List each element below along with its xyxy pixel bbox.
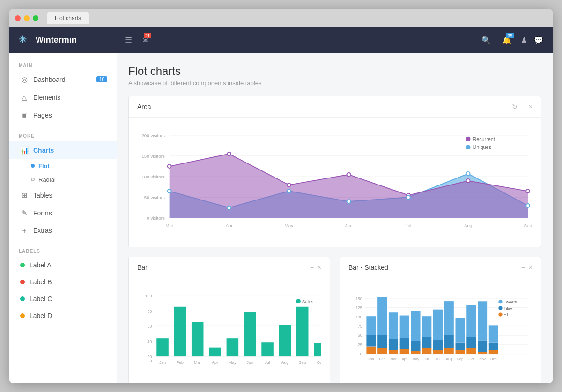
bar-chart-body: 100 80 60 40 20 0 bbox=[129, 278, 330, 383]
app-wrapper: ✳ Wintermin ☰ ✉ 21 🔍 🔔 35 ♟ 💬 bbox=[9, 27, 553, 383]
svg-text:Apr: Apr bbox=[212, 360, 218, 364]
svg-rect-115 bbox=[478, 340, 487, 352]
label-b-text: Label B bbox=[30, 278, 52, 286]
svg-text:Likes: Likes bbox=[504, 306, 514, 311]
svg-text:Jun: Jun bbox=[247, 360, 253, 364]
label-b-dot bbox=[20, 280, 25, 284]
svg-marker-18 bbox=[170, 154, 528, 218]
sidebar-label-c[interactable]: Label C bbox=[9, 290, 117, 307]
area-close-icon[interactable]: × bbox=[529, 103, 532, 111]
sidebar-item-dashboard[interactable]: ◎ Dashboard 10 bbox=[9, 71, 117, 89]
svg-text:Oct: Oct bbox=[468, 357, 474, 361]
dashboard-icon: ◎ bbox=[20, 75, 29, 84]
svg-point-19 bbox=[168, 164, 171, 168]
svg-text:Apr: Apr bbox=[226, 223, 233, 228]
sidebar-tables-label: Tables bbox=[33, 192, 52, 199]
sidebar-sub-radial[interactable]: Radial bbox=[31, 173, 117, 186]
sidebar-forms-label: Forms bbox=[33, 209, 52, 217]
svg-rect-118 bbox=[489, 342, 498, 350]
email-button[interactable]: ✉ 21 bbox=[140, 33, 151, 47]
area-refresh-icon[interactable]: ↻ bbox=[512, 103, 518, 111]
minimize-dot[interactable] bbox=[24, 15, 30, 21]
browser-tab[interactable]: Flot charts bbox=[47, 12, 89, 24]
sidebar-item-tables[interactable]: ⊞ Tables bbox=[9, 186, 117, 204]
topnav-right: 🔍 🔔 35 ♟ 💬 bbox=[481, 33, 543, 47]
svg-text:200 visitors: 200 visitors bbox=[141, 133, 165, 138]
sidebar-label-b[interactable]: Label B bbox=[9, 274, 117, 290]
charts-row: Bar − × bbox=[128, 257, 541, 383]
forms-icon: ✎ bbox=[20, 209, 29, 217]
charts-submenu: Flot Radial bbox=[9, 159, 117, 186]
svg-rect-86 bbox=[366, 316, 376, 335]
menu-button[interactable]: ☰ bbox=[122, 32, 135, 48]
area-chart-actions: ↻ − × bbox=[512, 103, 532, 111]
svg-rect-91 bbox=[389, 339, 398, 350]
sidebar-label-d[interactable]: Label D bbox=[9, 307, 117, 324]
sidebar-charts-label: Charts bbox=[33, 147, 54, 154]
svg-rect-104 bbox=[433, 309, 443, 339]
profile-icon[interactable]: ♟ bbox=[521, 36, 527, 44]
svg-point-25 bbox=[526, 189, 530, 193]
page-subtitle: A showcase of different components insid… bbox=[128, 80, 541, 87]
radial-dot bbox=[31, 178, 35, 181]
sidebar-item-forms[interactable]: ✎ Forms bbox=[9, 204, 117, 222]
svg-text:Recurrent: Recurrent bbox=[473, 136, 495, 141]
sidebar-item-charts[interactable]: 📊 Charts bbox=[9, 141, 117, 159]
svg-text:Aug: Aug bbox=[446, 357, 452, 361]
svg-text:Jul: Jul bbox=[406, 223, 412, 228]
svg-point-68 bbox=[296, 299, 301, 303]
bar-stacked-minimize-icon[interactable]: − bbox=[521, 264, 525, 271]
bar-stacked-chart-title: Bar - Stacked bbox=[348, 264, 521, 271]
svg-rect-96 bbox=[411, 351, 420, 354]
svg-text:Jul: Jul bbox=[436, 357, 440, 361]
sidebar-pages-label: Pages bbox=[33, 111, 52, 119]
bell-button[interactable]: 🔔 35 bbox=[499, 33, 514, 47]
brand-icon: ✳ bbox=[19, 34, 32, 47]
svg-text:0 visitors: 0 visitors bbox=[147, 215, 165, 221]
svg-point-132 bbox=[498, 300, 502, 303]
svg-rect-98 bbox=[411, 311, 420, 341]
svg-rect-84 bbox=[366, 346, 376, 354]
svg-text:Sales: Sales bbox=[302, 299, 314, 304]
svg-text:Sep: Sep bbox=[299, 360, 306, 364]
svg-rect-112 bbox=[466, 337, 476, 348]
svg-text:Nov: Nov bbox=[479, 357, 486, 361]
bar-stacked-chart-actions: − × bbox=[521, 264, 532, 271]
browser-chrome: Flot charts bbox=[9, 9, 553, 27]
bar-close-icon[interactable]: × bbox=[318, 264, 321, 271]
svg-rect-89 bbox=[377, 297, 387, 334]
sidebar-item-extras[interactable]: + Extras bbox=[9, 222, 117, 239]
maximize-dot[interactable] bbox=[33, 15, 38, 21]
svg-rect-113 bbox=[466, 305, 476, 337]
search-icon[interactable]: 🔍 bbox=[481, 36, 491, 44]
sidebar-item-pages[interactable]: ▣ Pages bbox=[9, 106, 117, 124]
bar-chart-card: Bar − × bbox=[128, 257, 330, 383]
sidebar-more-label: MORE bbox=[9, 124, 117, 141]
sidebar-item-elements[interactable]: △ Elements bbox=[9, 89, 117, 106]
tables-icon: ⊞ bbox=[20, 191, 29, 200]
svg-point-32 bbox=[526, 204, 530, 207]
svg-rect-53 bbox=[244, 312, 256, 356]
svg-text:50: 50 bbox=[358, 333, 362, 338]
sidebar-sub-flot[interactable]: Flot bbox=[31, 159, 117, 173]
svg-rect-50 bbox=[192, 322, 204, 356]
close-dot[interactable] bbox=[15, 15, 21, 21]
area-minimize-icon[interactable]: − bbox=[521, 103, 525, 111]
area-chart-title: Area bbox=[137, 103, 512, 111]
svg-text:Mar: Mar bbox=[194, 360, 201, 364]
chat-icon[interactable]: 💬 bbox=[534, 36, 543, 44]
svg-point-22 bbox=[347, 172, 351, 176]
bar-minimize-icon[interactable]: − bbox=[310, 264, 314, 271]
svg-rect-114 bbox=[478, 352, 487, 354]
sidebar-label-a[interactable]: Label A bbox=[9, 257, 117, 274]
svg-text:Oct: Oct bbox=[317, 360, 321, 364]
svg-rect-117 bbox=[489, 350, 498, 354]
svg-rect-54 bbox=[261, 342, 274, 356]
svg-text:60: 60 bbox=[148, 324, 152, 329]
svg-text:Jul: Jul bbox=[265, 360, 270, 364]
svg-rect-108 bbox=[455, 350, 465, 354]
bar-stacked-close-icon[interactable]: × bbox=[529, 264, 532, 271]
svg-rect-51 bbox=[209, 347, 221, 356]
svg-text:Dec: Dec bbox=[490, 357, 497, 361]
svg-rect-105 bbox=[444, 348, 454, 354]
